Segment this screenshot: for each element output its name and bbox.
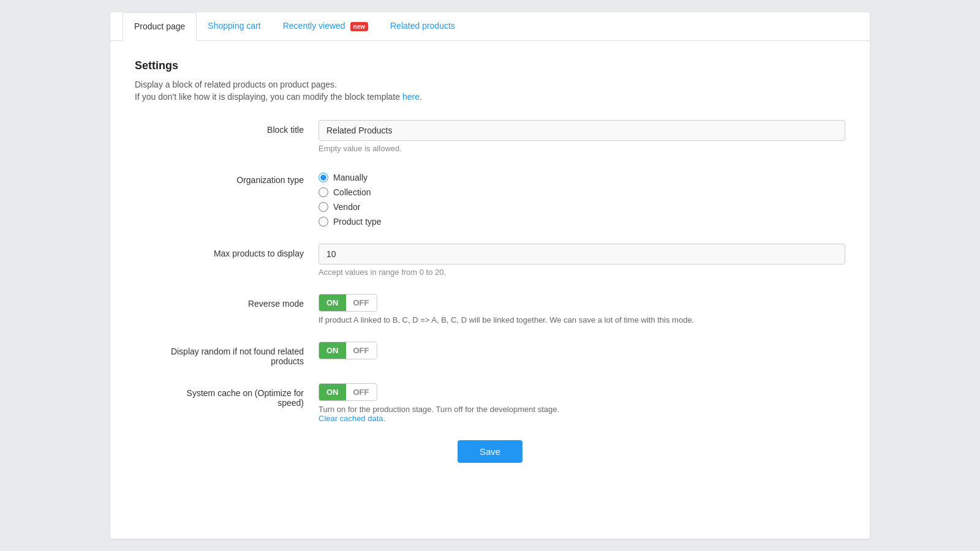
radio-group-organization: Manually Collection Vendor Product — [318, 170, 845, 227]
reverse-mode-off[interactable]: OFF — [346, 294, 377, 311]
form-section: Block title Empty value is allowed. Orga… — [135, 120, 845, 463]
reverse-mode-row: Reverse mode ON OFF If product A linked … — [135, 294, 845, 324]
block-title-hint: Empty value is allowed. — [318, 144, 845, 153]
max-products-hint: Accept values in range from 0 to 20. — [318, 268, 845, 277]
page-container: Product page Shopping cart Recently view… — [110, 12, 870, 539]
settings-description: Display a block of related products on p… — [135, 80, 845, 89]
display-random-row: Display random if not found related prod… — [135, 342, 845, 366]
max-products-field: Accept values in range from 0 to 20. — [318, 244, 845, 277]
display-random-field: ON OFF — [318, 342, 845, 359]
save-row: Save — [135, 440, 845, 463]
reverse-mode-toggle[interactable]: ON OFF — [318, 294, 377, 312]
tabs-bar: Product page Shopping cart Recently view… — [110, 12, 870, 41]
block-title-input[interactable] — [318, 120, 845, 141]
system-cache-off[interactable]: OFF — [346, 384, 377, 400]
system-cache-field: ON OFF Turn on for the production stage.… — [318, 383, 845, 423]
block-title-field: Empty value is allowed. — [318, 120, 845, 153]
reverse-mode-on[interactable]: ON — [319, 294, 346, 311]
reverse-mode-field: ON OFF If product A linked to B, C, D =>… — [318, 294, 845, 324]
settings-title: Settings — [135, 59, 845, 72]
organization-type-row: Organization type Manually Collection — [135, 170, 845, 227]
settings-template-hint: If you don't like how it is displaying, … — [135, 92, 845, 102]
settings-content: Settings Display a block of related prod… — [110, 41, 870, 487]
radio-vendor[interactable]: Vendor — [318, 202, 845, 212]
system-cache-label: System cache on (Optimize for speed) — [135, 383, 318, 408]
radio-collection[interactable]: Collection — [318, 187, 845, 197]
reverse-mode-label: Reverse mode — [135, 294, 318, 309]
display-random-on[interactable]: ON — [319, 342, 346, 359]
tab-shopping-cart[interactable]: Shopping cart — [197, 12, 271, 41]
max-products-label: Max products to display — [135, 244, 318, 258]
system-cache-row: System cache on (Optimize for speed) ON … — [135, 383, 845, 423]
tab-related-products[interactable]: Related products — [379, 12, 466, 41]
new-badge: new — [350, 22, 368, 31]
radio-manually[interactable]: Manually — [318, 173, 845, 182]
system-cache-on[interactable]: ON — [319, 384, 346, 400]
organization-type-field: Manually Collection Vendor Product — [318, 170, 845, 227]
display-random-toggle[interactable]: ON OFF — [318, 342, 377, 359]
tab-product-page[interactable]: Product page — [123, 12, 197, 41]
block-title-row: Block title Empty value is allowed. — [135, 120, 845, 153]
tab-recently-viewed[interactable]: Recently viewed new — [272, 12, 379, 41]
reverse-mode-hint: If product A linked to B, C, D => A, B, … — [318, 315, 845, 324]
max-products-input[interactable] — [318, 244, 845, 264]
display-random-off[interactable]: OFF — [346, 342, 377, 359]
template-link[interactable]: here — [402, 92, 420, 102]
clear-cache-link[interactable]: Clear cached data — [318, 414, 383, 423]
max-products-row: Max products to display Accept values in… — [135, 244, 845, 277]
display-random-label: Display random if not found related prod… — [135, 342, 318, 366]
save-button[interactable]: Save — [458, 440, 522, 463]
block-title-label: Block title — [135, 120, 318, 135]
system-cache-toggle[interactable]: ON OFF — [318, 383, 377, 401]
organization-type-label: Organization type — [135, 170, 318, 185]
system-cache-hint: Turn on for the production stage. Turn o… — [318, 405, 845, 423]
radio-product-type[interactable]: Product type — [318, 217, 845, 227]
